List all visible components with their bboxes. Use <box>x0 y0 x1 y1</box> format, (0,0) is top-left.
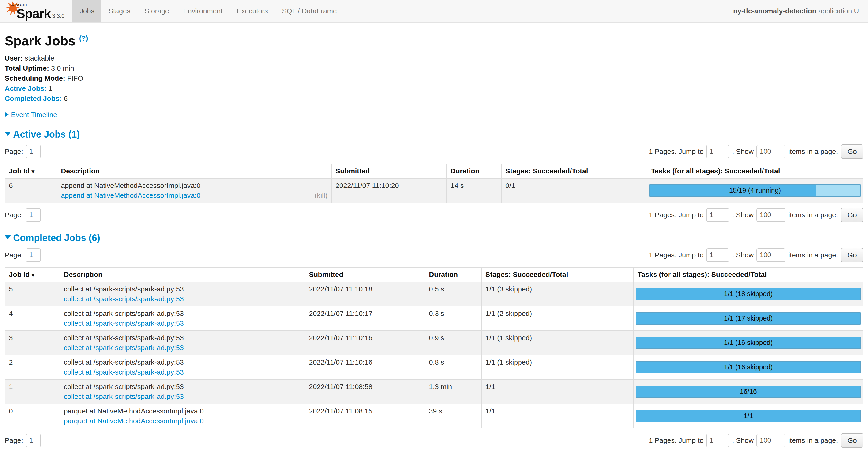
jump-to-input[interactable] <box>706 145 729 159</box>
page-size-input[interactable] <box>756 145 785 159</box>
kill-link[interactable]: (kill) <box>315 192 328 199</box>
job-description-link[interactable]: parquet at NativeMethodAccessorImpl.java… <box>64 417 204 425</box>
summary-uptime: Total Uptime: 3.0 min <box>5 64 863 72</box>
job-description: collect at /spark-scripts/spark-ad.py:53 <box>64 383 301 391</box>
items-label: items in a page. <box>788 211 838 219</box>
job-description: collect at /spark-scripts/spark-ad.py:53 <box>64 358 301 366</box>
items-label: items in a page. <box>788 148 838 155</box>
tab-stages[interactable]: Stages <box>101 0 137 22</box>
job-description: collect at /spark-scripts/spark-ad.py:53 <box>64 334 301 342</box>
col-stages[interactable]: Stages: Succeeded/Total <box>482 267 633 282</box>
expand-arrow-icon <box>5 112 9 117</box>
application-name: ny-tlc-anomaly-detection <box>733 7 816 15</box>
summary-active-jobs-value: 1 <box>49 84 53 92</box>
col-duration[interactable]: Duration <box>425 267 482 282</box>
col-description[interactable]: Description <box>57 164 332 178</box>
progress-label: 1/1 (18 skipped) <box>636 288 861 300</box>
summary-user-value: stackable <box>25 54 54 62</box>
col-job-id[interactable]: Job Id ▾ <box>5 267 60 282</box>
sort-desc-icon: ▾ <box>32 272 34 278</box>
col-duration[interactable]: Duration <box>446 164 501 178</box>
col-tasks[interactable]: Tasks (for all stages): Succeeded/Total <box>633 267 863 282</box>
tasks-progress-bar: 1/1 <box>636 410 861 422</box>
description-cell: collect at /spark-scripts/spark-ad.py:53… <box>60 306 305 331</box>
job-description: collect at /spark-scripts/spark-ad.py:53 <box>64 310 301 317</box>
col-job-id-label: Job Id <box>9 271 30 278</box>
tab-sql-dataframe[interactable]: SQL / DataFrame <box>275 0 344 22</box>
col-description[interactable]: Description <box>60 267 305 282</box>
summary-completed-jobs-value: 6 <box>64 94 68 102</box>
tasks-progress-bar: 1/1 (17 skipped) <box>636 312 861 324</box>
page-title: Spark Jobs (?) <box>5 30 863 48</box>
completed-jobs-heading[interactable]: Completed Jobs (6) <box>5 232 863 243</box>
page-size-input[interactable] <box>756 248 785 262</box>
job-description-link[interactable]: collect at /spark-scripts/spark-ad.py:53 <box>64 295 184 303</box>
page-number-input[interactable] <box>26 248 41 262</box>
job-description-link[interactable]: collect at /spark-scripts/spark-ad.py:53 <box>64 368 184 376</box>
tab-jobs[interactable]: Jobs <box>72 0 101 22</box>
help-link[interactable]: (?) <box>79 34 88 42</box>
completed-jobs-link[interactable]: Completed Jobs: <box>5 94 62 102</box>
description-cell: collect at /spark-scripts/spark-ad.py:53… <box>60 379 305 404</box>
go-button[interactable]: Go <box>841 208 863 222</box>
pages-jump-label: 1 Pages. Jump to <box>649 148 704 155</box>
jump-to-input[interactable] <box>706 434 729 447</box>
col-submitted[interactable]: Submitted <box>332 164 446 178</box>
go-button[interactable]: Go <box>841 248 863 262</box>
job-description-link[interactable]: append at NativeMethodAccessorImpl.java:… <box>61 192 200 199</box>
job-description: append at NativeMethodAccessorImpl.java:… <box>61 181 328 190</box>
job-id-cell: 0 <box>5 404 60 428</box>
page-size-input[interactable] <box>756 208 785 222</box>
duration-cell: 0.9 s <box>425 331 482 355</box>
pages-jump-label: 1 Pages. Jump to <box>649 436 704 445</box>
tab-executors[interactable]: Executors <box>230 0 275 22</box>
completed-jobs-link-label: Completed Jobs: <box>5 94 62 102</box>
active-jobs-link[interactable]: Active Jobs: <box>5 84 46 92</box>
description-cell: append at NativeMethodAccessorImpl.java:… <box>57 178 332 203</box>
col-submitted[interactable]: Submitted <box>305 267 425 282</box>
col-stages[interactable]: Stages: Succeeded/Total <box>501 164 647 178</box>
job-description-link[interactable]: collect at /spark-scripts/spark-ad.py:53 <box>64 344 184 352</box>
sort-desc-icon: ▾ <box>32 168 34 175</box>
col-tasks[interactable]: Tasks (for all stages): Succeeded/Total <box>647 164 863 178</box>
duration-cell: 0.5 s <box>425 282 482 306</box>
summary-uptime-value: 3.0 min <box>51 64 74 72</box>
active-jobs-heading[interactable]: Active Jobs (1) <box>5 129 863 140</box>
go-button[interactable]: Go <box>841 144 863 159</box>
spark-logo[interactable]: APACHE Spark 3.3.0 <box>0 0 67 22</box>
table-row: 5 collect at /spark-scripts/spark-ad.py:… <box>5 282 863 306</box>
submitted-cell: 2022/11/07 11:10:16 <box>305 331 425 355</box>
go-button[interactable]: Go <box>841 433 863 448</box>
tasks-cell: 1/1 (18 skipped) <box>633 282 863 306</box>
progress-label: 16/16 <box>636 386 861 397</box>
jump-to-input[interactable] <box>706 208 729 222</box>
submitted-cell: 2022/11/07 11:08:58 <box>305 379 425 404</box>
tasks-progress-bar: 1/1 (18 skipped) <box>636 288 861 300</box>
page-label: Page: <box>5 436 23 445</box>
submitted-cell: 2022/11/07 11:08:15 <box>305 404 425 428</box>
page-label: Page: <box>5 251 23 259</box>
page-number-input[interactable] <box>26 434 41 447</box>
job-description-link[interactable]: collect at /spark-scripts/spark-ad.py:53 <box>64 319 184 328</box>
completed-jobs-heading-label: Completed Jobs (6) <box>13 232 100 243</box>
submitted-cell: 2022/11/07 11:10:17 <box>305 306 425 331</box>
summary-scheduling-mode-label: Scheduling Mode: <box>5 75 65 82</box>
tab-environment[interactable]: Environment <box>176 0 229 22</box>
tasks-cell: 1/1 <box>633 404 863 428</box>
event-timeline-toggle[interactable]: Event Timeline <box>5 111 863 119</box>
page-size-input[interactable] <box>756 434 785 447</box>
pagination-bar: Page: 1 Pages. Jump to . Show items in a… <box>5 433 863 448</box>
job-description-link[interactable]: collect at /spark-scripts/spark-ad.py:53 <box>64 393 184 401</box>
page-label: Page: <box>5 211 23 219</box>
pages-jump-label: 1 Pages. Jump to <box>649 251 704 259</box>
items-label: items in a page. <box>788 251 838 259</box>
stages-cell: 1/1 <box>482 379 633 404</box>
page-number-input[interactable] <box>26 208 41 222</box>
col-job-id[interactable]: Job Id ▾ <box>5 164 57 178</box>
jump-to-input[interactable] <box>706 248 729 262</box>
completed-jobs-table: Job Id ▾ Description Submitted Duration … <box>5 267 863 428</box>
stages-cell: 1/1 <box>482 404 633 428</box>
tab-storage[interactable]: Storage <box>137 0 176 22</box>
page-number-input[interactable] <box>26 145 41 159</box>
navbar: APACHE Spark 3.3.0 Jobs Stages Storage E… <box>0 0 868 23</box>
